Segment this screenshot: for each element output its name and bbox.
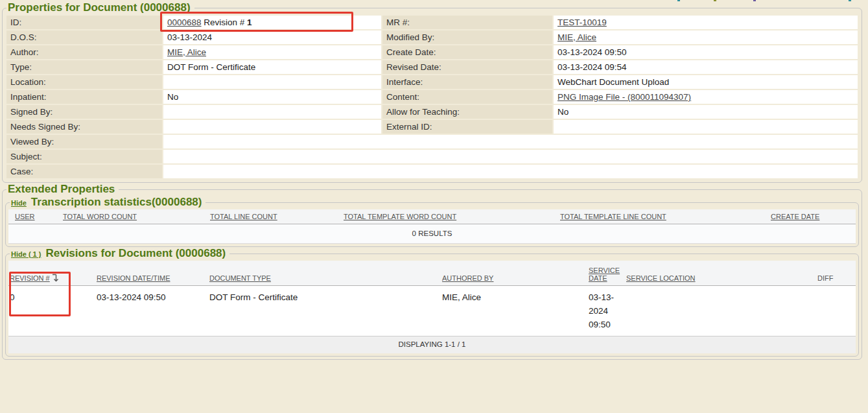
inpatient-label: Inpatient: bbox=[6, 90, 162, 104]
revision-row: 0 03-13-2024 09:50 DOT Form - Certificat… bbox=[8, 286, 856, 336]
transcription-statistics-title: Transcription statistics(0000688) bbox=[31, 196, 202, 208]
document-type-cell: DOT Form - Certificate bbox=[207, 286, 440, 336]
revisions-legend: Hide ( 1 )Revisions for Document (000068… bbox=[10, 247, 229, 260]
diff-cell bbox=[815, 286, 856, 336]
external-id-value bbox=[554, 120, 858, 134]
cropped-content-artifact bbox=[849, 0, 851, 1]
column-header-revision-number[interactable]: REVISION # bbox=[8, 261, 94, 286]
document-id-link[interactable]: 0000688 bbox=[167, 18, 202, 27]
column-header-document-type[interactable]: DOCUMENT TYPE bbox=[207, 261, 440, 286]
column-header-total-line-count[interactable]: TOTAL LINE COUNT bbox=[207, 209, 341, 224]
create-date-value: 03-13-2024 09:50 bbox=[554, 45, 858, 59]
content-file-link[interactable]: PNG Image File - (800011094307) bbox=[557, 92, 691, 102]
case-label: Case: bbox=[6, 165, 162, 178]
location-label: Location: bbox=[6, 75, 162, 89]
service-location-cell bbox=[624, 286, 815, 336]
dos-value: 03-13-2024 bbox=[163, 30, 381, 44]
inpatient-value: No bbox=[163, 90, 381, 104]
properties-section: Properties for Document (0000688) ID: 00… bbox=[2, 1, 862, 183]
properties-table: ID: 0000688 Revision # 1 MR #: TEST-1001… bbox=[5, 14, 859, 180]
transcription-hide-link[interactable]: Hide bbox=[11, 199, 27, 207]
allow-for-teaching-label: Allow for Teaching: bbox=[382, 105, 552, 119]
property-row-signed-by: Signed By: Allow for Teaching: No bbox=[6, 105, 858, 119]
revision-number-cell: 0 bbox=[8, 286, 94, 336]
column-header-total-template-word-count[interactable]: TOTAL TEMPLATE WORD COUNT bbox=[341, 209, 557, 224]
modified-by-value: MIE, Alice bbox=[554, 30, 858, 44]
paging-status-text: DISPLAYING 1-1 / 1 bbox=[8, 336, 856, 354]
cropped-content-artifact bbox=[714, 0, 716, 1]
type-label: Type: bbox=[6, 60, 162, 74]
transcription-statistics-legend: HideTranscription statistics(0000688) bbox=[10, 196, 205, 209]
property-row-inpatient: Inpatient: No Content: PNG Image File - … bbox=[6, 90, 858, 104]
type-value: DOT Form - Certificate bbox=[163, 60, 381, 74]
subject-value bbox=[163, 150, 858, 163]
property-row-viewed-by: Viewed By: bbox=[6, 135, 858, 148]
extended-properties-title: Extended Properties bbox=[6, 183, 119, 196]
mr-number-value: TEST-10019 bbox=[554, 16, 858, 29]
column-header-service-date[interactable]: SERVICE DATE bbox=[586, 261, 624, 286]
signed-by-value bbox=[163, 105, 381, 119]
cropped-content-artifact bbox=[677, 0, 680, 1]
revision-suffix-text: Revision # bbox=[202, 18, 248, 27]
allow-for-teaching-value: No bbox=[554, 105, 858, 119]
author-link[interactable]: MIE, Alice bbox=[167, 47, 206, 57]
column-header-revision-datetime[interactable]: REVISION DATE/TIME bbox=[94, 261, 207, 286]
authored-by-cell: MIE, Alice bbox=[440, 286, 586, 336]
id-label: ID: bbox=[6, 16, 162, 29]
extended-properties-section: Extended Properties HideTranscription st… bbox=[2, 183, 862, 360]
revised-date-value: 03-13-2024 09:54 bbox=[554, 60, 858, 74]
needs-signed-by-value bbox=[163, 120, 381, 134]
revision-number: 1 bbox=[247, 18, 252, 27]
revisions-header-row: REVISION # REVISION DATE/TIME DOCUMENT T… bbox=[8, 261, 856, 286]
create-date-label: Create Date: bbox=[382, 45, 552, 59]
properties-section-title: Properties for Document (0000688) bbox=[6, 1, 194, 14]
revisions-table-wrapper: REVISION # REVISION DATE/TIME DOCUMENT T… bbox=[8, 261, 856, 353]
revisions-table: REVISION # REVISION DATE/TIME DOCUMENT T… bbox=[8, 261, 856, 353]
content-label: Content: bbox=[382, 90, 552, 104]
property-row-subject: Subject: bbox=[6, 150, 858, 163]
revised-date-label: Revised Date: bbox=[382, 60, 552, 74]
transcription-statistics-table: USER TOTAL WORD COUNT TOTAL LINE COUNT T… bbox=[8, 209, 856, 244]
interface-label: Interface: bbox=[382, 75, 552, 89]
location-value bbox=[163, 75, 381, 89]
interface-value: WebChart Document Upload bbox=[554, 75, 858, 89]
sort-descending-icon bbox=[52, 274, 59, 282]
column-header-total-word-count[interactable]: TOTAL WORD COUNT bbox=[60, 209, 207, 224]
column-header-total-template-line-count[interactable]: TOTAL TEMPLATE LINE COUNT bbox=[557, 209, 768, 224]
property-row-location: Location: Interface: WebChart Document U… bbox=[6, 75, 858, 89]
transcription-statistics-section: HideTranscription statistics(0000688) US… bbox=[5, 196, 859, 247]
transcription-header-row: USER TOTAL WORD COUNT TOTAL LINE COUNT T… bbox=[8, 209, 856, 224]
revisions-section: Hide ( 1 )Revisions for Document (000068… bbox=[5, 247, 859, 357]
column-header-authored-by[interactable]: AUTHORED BY bbox=[440, 261, 586, 286]
column-header-user[interactable]: USER bbox=[8, 209, 60, 224]
property-row-type: Type: DOT Form - Certificate Revised Dat… bbox=[6, 60, 858, 74]
no-results-text: 0 RESULTS bbox=[8, 224, 856, 244]
column-header-create-date[interactable]: CREATE DATE bbox=[768, 209, 856, 224]
transcription-empty-row: 0 RESULTS bbox=[8, 224, 856, 244]
revisions-title: Revisions for Document (0000688) bbox=[45, 247, 226, 259]
id-value: 0000688 Revision # 1 bbox=[163, 16, 381, 29]
column-header-service-location[interactable]: SERVICE LOCATION bbox=[624, 261, 815, 286]
author-label: Author: bbox=[6, 45, 162, 59]
property-row-needs-signed-by: Needs Signed By: External ID: bbox=[6, 120, 858, 134]
dos-label: D.O.S: bbox=[6, 30, 162, 44]
property-row-case: Case: bbox=[6, 165, 858, 178]
needs-signed-by-label: Needs Signed By: bbox=[6, 120, 162, 134]
author-value: MIE, Alice bbox=[163, 45, 381, 59]
service-date-cell: 03-13-2024 09:50 bbox=[586, 286, 624, 336]
property-row-author: Author: MIE, Alice Create Date: 03-13-20… bbox=[6, 45, 858, 59]
revisions-hide-link[interactable]: Hide ( 1 ) bbox=[11, 250, 41, 258]
mr-number-link[interactable]: TEST-10019 bbox=[557, 18, 607, 27]
viewed-by-value bbox=[163, 135, 858, 148]
modified-by-link[interactable]: MIE, Alice bbox=[557, 32, 596, 42]
property-row-dos: D.O.S: 03-13-2024 Modified By: MIE, Alic… bbox=[6, 30, 858, 44]
case-value bbox=[163, 165, 858, 178]
revision-datetime-cell: 03-13-2024 09:50 bbox=[94, 286, 207, 336]
modified-by-label: Modified By: bbox=[382, 30, 552, 44]
content-value: PNG Image File - (800011094307) bbox=[554, 90, 858, 104]
viewed-by-label: Viewed By: bbox=[6, 135, 162, 148]
signed-by-label: Signed By: bbox=[6, 105, 162, 119]
property-row-id: ID: 0000688 Revision # 1 MR #: TEST-1001… bbox=[6, 16, 858, 29]
revisions-footer-row: DISPLAYING 1-1 / 1 bbox=[8, 336, 856, 354]
external-id-label: External ID: bbox=[382, 120, 552, 134]
